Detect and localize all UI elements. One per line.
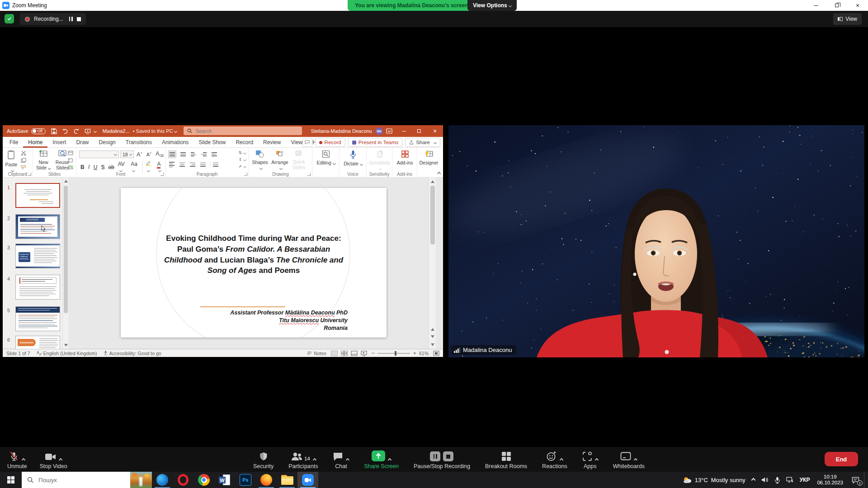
designer-button[interactable]: Designer [418,150,439,165]
editing-button[interactable]: Editing [316,150,336,165]
participant-video-tile[interactable]: Madalina Deaconu [448,125,864,357]
previous-slide-icon[interactable] [431,328,434,331]
clock[interactable]: 10:19 06.10.2023 [813,472,847,488]
ppt-maximize-button[interactable] [411,125,427,137]
shrink-font-button[interactable]: A˅ [145,151,153,157]
slide-canvas[interactable]: Evoking Childhood Time during War and Pe… [121,188,387,338]
fit-slide-to-window-button[interactable] [433,351,439,356]
scroll-up-icon[interactable] [431,180,434,183]
end-meeting-button[interactable]: End [825,452,858,466]
slide-thumbnail-6[interactable]: Conclusions [15,336,60,349]
spellcheck-status[interactable]: English (United Kingdom) [37,351,97,356]
slide-sorter-view-button[interactable] [341,351,348,356]
language-indicator[interactable]: УКР [797,472,813,488]
tab-design[interactable]: Design [94,137,120,148]
dictate-button[interactable]: Dictate [343,150,363,166]
whiteboards-button[interactable]: Whiteboards [613,450,645,469]
network-icon[interactable] [783,472,797,488]
bullets-button[interactable] [168,150,176,158]
file-chevron-icon[interactable] [174,129,177,132]
scrollbar-thumb[interactable] [430,186,435,244]
share-options-chevron-icon[interactable] [388,458,392,462]
zoom-in-button[interactable]: + [413,350,416,357]
show-desktop-button[interactable] [864,472,866,488]
section-icon[interactable] [68,164,74,169]
slide-counter[interactable]: Slide 1 of 7 [6,351,30,356]
underline-button[interactable]: U [92,164,99,170]
stop-video-button[interactable]: Stop Video [40,450,67,469]
pause-stop-recording-button[interactable]: Pause/Stop Recording [414,450,470,469]
video-options-chevron-icon[interactable] [59,458,62,462]
copy-icon[interactable] [21,158,27,163]
minimize-button[interactable] [806,0,826,11]
new-slide-button[interactable]: New Slide [34,150,52,170]
stop-recording-button[interactable] [77,17,81,21]
slide-scrollbar[interactable] [429,178,436,349]
zoom-level[interactable]: 61% [419,351,429,356]
tab-file[interactable]: File [5,137,23,148]
tray-expand-button[interactable] [749,472,758,488]
ppt-filename[interactable]: Madalina2... [103,128,130,134]
taskbar-app-zoom[interactable] [297,472,318,488]
font-name-select[interactable] [79,150,119,158]
breakout-rooms-button[interactable]: Breakout Rooms [485,450,527,469]
addins-button[interactable]: Add-ins [395,150,415,165]
microphone-tray-icon[interactable] [772,472,783,488]
slideshow-view-button[interactable] [361,351,367,356]
align-center-button[interactable] [179,161,186,168]
scroll-down-icon[interactable] [64,344,68,347]
tab-transitions[interactable]: Transitions [121,137,157,148]
ppt-search-box[interactable] [184,127,302,135]
security-shield-icon[interactable] [5,14,14,23]
whiteboards-chevron-icon[interactable] [634,458,637,462]
smartart-button[interactable]: ⇗ [238,164,246,169]
next-slide-icon[interactable] [431,335,434,338]
reactions-chevron-icon[interactable] [560,458,563,462]
quick-access-chevron-icon[interactable] [94,129,97,132]
ribbon-display-options-icon[interactable] [386,128,392,134]
news-interests-widget[interactable] [130,472,152,488]
share-screen-button[interactable]: Share Screen [364,450,398,469]
tab-draw[interactable]: Draw [71,137,94,148]
record-button[interactable]: Record [315,138,345,147]
chat-button[interactable]: Chat [333,450,349,469]
bold-button[interactable]: B [79,164,86,170]
paragraph-dialog-launcher[interactable] [244,173,247,176]
action-center-button[interactable]: 1 [847,472,864,488]
align-left-button[interactable] [168,160,175,169]
normal-view-button[interactable] [331,351,338,356]
weather-widget[interactable]: 13°C Mostly sunny [680,472,749,488]
text-shadow-button[interactable]: S [99,164,106,170]
paste-button[interactable]: Paste [5,150,18,173]
slide-thumbnail-1[interactable] [15,183,60,208]
volume-icon[interactable] [758,472,772,488]
drawing-dialog-launcher[interactable] [307,173,311,176]
comments-button[interactable] [302,138,312,147]
justify-button[interactable] [199,161,207,168]
undo-icon[interactable] [62,128,68,134]
scroll-up-icon[interactable] [64,180,68,183]
tab-record[interactable]: Record [231,137,258,148]
quick-styles-button[interactable]: Quick Styles [291,150,307,170]
audio-options-chevron-icon[interactable] [22,458,25,462]
present-in-teams-button[interactable]: Present in Teams [348,138,403,147]
chat-chevron-icon[interactable] [346,458,349,462]
grow-font-button[interactable]: A˄ [135,151,144,158]
tab-slide-show[interactable]: Slide Show [193,137,231,148]
redo-icon[interactable] [73,128,80,134]
clear-formatting-button[interactable]: A⌫ [154,150,165,158]
zoom-out-button[interactable]: − [372,350,375,357]
view-button[interactable]: View [833,13,862,25]
thumbnail-scrollbar[interactable] [62,178,68,349]
start-button[interactable] [0,472,22,488]
account-avatar[interactable]: SD [375,127,383,135]
stop-recording-icon[interactable] [443,451,453,461]
columns-button[interactable] [210,161,219,168]
taskbar-app-chrome[interactable] [193,472,214,488]
slide-layout-icon[interactable] [68,150,74,155]
slide-thumbnail-5[interactable] [15,306,60,331]
cut-icon[interactable] [21,150,27,156]
decrease-indent-button[interactable] [190,151,197,158]
taskbar-search-input[interactable] [38,476,119,484]
taskbar-app-explorer[interactable] [277,472,297,488]
